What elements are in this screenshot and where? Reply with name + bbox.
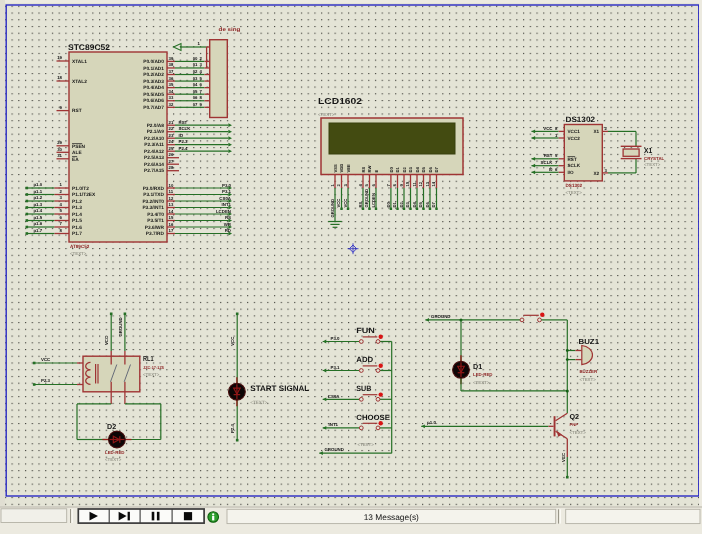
svg-text:P3.1: P3.1	[330, 365, 340, 370]
svg-text:VDD: VDD	[339, 164, 344, 173]
svg-text:P2.5/A13: P2.5/A13	[144, 155, 164, 161]
svg-text:de sing: de sing	[219, 27, 241, 33]
svg-text:25: 25	[169, 146, 174, 151]
svg-text:11: 11	[169, 189, 174, 194]
svg-text:WR: WR	[224, 222, 232, 227]
svg-text:D4: D4	[412, 201, 417, 207]
svg-text:p1.0: p1.0	[34, 182, 43, 187]
svg-text:P3.3/INT1: P3.3/INT1	[142, 205, 164, 211]
svg-text:P3.1: P3.1	[222, 189, 232, 194]
svg-text:38: 38	[169, 62, 174, 67]
svg-text:13 Message(s): 13 Message(s)	[364, 513, 419, 522]
svg-text:P3.2/INT0: P3.2/INT0	[142, 199, 164, 205]
svg-text:LCDEN: LCDEN	[216, 209, 231, 214]
svg-text:<TEXT>: <TEXT>	[579, 377, 596, 382]
svg-text:D1: D1	[395, 166, 400, 172]
svg-text:18: 18	[57, 75, 62, 80]
svg-text:D3: D3	[405, 201, 410, 207]
svg-text:PNP: PNP	[570, 422, 579, 427]
svg-text:P0.4/AD4: P0.4/AD4	[143, 85, 164, 91]
svg-text:21: 21	[169, 120, 174, 125]
svg-text:D5: D5	[418, 201, 423, 207]
svg-text:P3.4/T0: P3.4/T0	[147, 212, 164, 218]
svg-text:LED-RED: LED-RED	[105, 450, 125, 455]
svg-text:17: 17	[169, 228, 174, 233]
svg-text:35: 35	[169, 82, 174, 87]
svg-text:ALE: ALE	[72, 150, 82, 156]
svg-text:BUZ1: BUZ1	[579, 337, 599, 346]
svg-text:02: 02	[193, 69, 198, 74]
svg-text:23: 23	[169, 133, 174, 138]
svg-text:VCC1: VCC1	[568, 129, 581, 134]
svg-text:JZC-17-1Z5: JZC-17-1Z5	[143, 365, 165, 370]
svg-text:P2.4: P2.4	[230, 424, 235, 433]
svg-text:06: 06	[193, 95, 198, 100]
svg-text:24: 24	[169, 139, 174, 144]
svg-text:P1.6: P1.6	[72, 225, 82, 231]
svg-text:VSS: VSS	[333, 164, 338, 173]
svg-text:32: 32	[169, 102, 174, 107]
svg-text:36: 36	[169, 76, 174, 81]
svg-text:GROUND: GROUND	[324, 447, 344, 452]
svg-text:RL1: RL1	[143, 354, 154, 363]
svg-text:RW: RW	[367, 166, 372, 173]
svg-text:30: 30	[57, 147, 62, 152]
svg-text:P2.1/A9: P2.1/A9	[147, 129, 165, 135]
svg-text:RST: RST	[568, 157, 577, 162]
svg-text:P0.5/AD5: P0.5/AD5	[143, 92, 164, 98]
svg-text:VCC2: VCC2	[568, 136, 581, 141]
svg-text:<TEXT>: <TEXT>	[644, 162, 661, 167]
svg-text:ADD: ADD	[356, 355, 373, 364]
svg-text:P1.0/T2: P1.0/T2	[72, 186, 89, 192]
svg-text:I0: I0	[549, 167, 553, 172]
svg-text:VCC: VCC	[336, 199, 341, 208]
svg-text:<TEXT>: <TEXT>	[105, 457, 122, 462]
svg-text:27: 27	[169, 159, 174, 164]
svg-text:VCC: VCC	[230, 337, 235, 346]
svg-text:p1.4: p1.4	[34, 208, 43, 213]
svg-text:D5: D5	[421, 166, 426, 172]
svg-text:CRYSTAL: CRYSTAL	[644, 156, 665, 161]
svg-text:D2: D2	[107, 422, 116, 431]
svg-text:<TEXT>: <TEXT>	[250, 400, 267, 405]
svg-text:p1.0: p1.0	[427, 420, 436, 425]
svg-text:AT89C52: AT89C52	[70, 244, 90, 249]
svg-text:11: 11	[412, 181, 417, 186]
svg-text:26: 26	[169, 152, 174, 157]
svg-text:P3.5/T1: P3.5/T1	[147, 218, 164, 224]
svg-text:DS1302: DS1302	[566, 183, 583, 188]
svg-text:D2: D2	[399, 201, 404, 207]
svg-text:P2.3: P2.3	[179, 139, 189, 144]
svg-text:GROUND: GROUND	[330, 199, 335, 218]
svg-text:SCLK: SCLK	[179, 126, 192, 131]
svg-text:D6: D6	[425, 201, 430, 207]
svg-text:SCLK: SCLK	[541, 160, 554, 165]
svg-text:GROUND: GROUND	[431, 314, 451, 319]
svg-text:FUN: FUN	[356, 326, 375, 335]
svg-text:CS0A: CS0A	[328, 394, 341, 399]
svg-text:LED-RED: LED-RED	[473, 372, 493, 377]
svg-text:31: 31	[57, 153, 62, 158]
svg-text:VCC: VCC	[561, 453, 566, 462]
svg-text:RS: RS	[225, 215, 231, 220]
svg-text:P3.0/RXD: P3.0/RXD	[143, 186, 165, 192]
svg-text:29: 29	[57, 140, 62, 145]
svg-text:13: 13	[169, 202, 174, 207]
svg-text:P3.7/RD: P3.7/RD	[146, 231, 165, 237]
svg-text:SUB: SUB	[356, 384, 372, 393]
svg-text:22: 22	[169, 126, 174, 131]
svg-text:P2.4/A12: P2.4/A12	[144, 149, 164, 155]
svg-text:Q2: Q2	[570, 412, 580, 421]
svg-text:07: 07	[193, 102, 198, 107]
svg-text:INT1: INT1	[328, 422, 338, 427]
svg-text:39: 39	[169, 56, 174, 61]
svg-text:D4: D4	[415, 166, 420, 172]
svg-text:VCC: VCC	[41, 357, 51, 362]
svg-text:D3: D3	[408, 166, 413, 172]
svg-text:X2: X2	[593, 171, 599, 176]
svg-text:X1: X1	[593, 129, 599, 134]
svg-text:EA: EA	[72, 157, 79, 163]
svg-text:SCLK: SCLK	[568, 163, 581, 168]
svg-text:P2.0/A8: P2.0/A8	[147, 123, 165, 129]
svg-text:16: 16	[169, 222, 174, 227]
